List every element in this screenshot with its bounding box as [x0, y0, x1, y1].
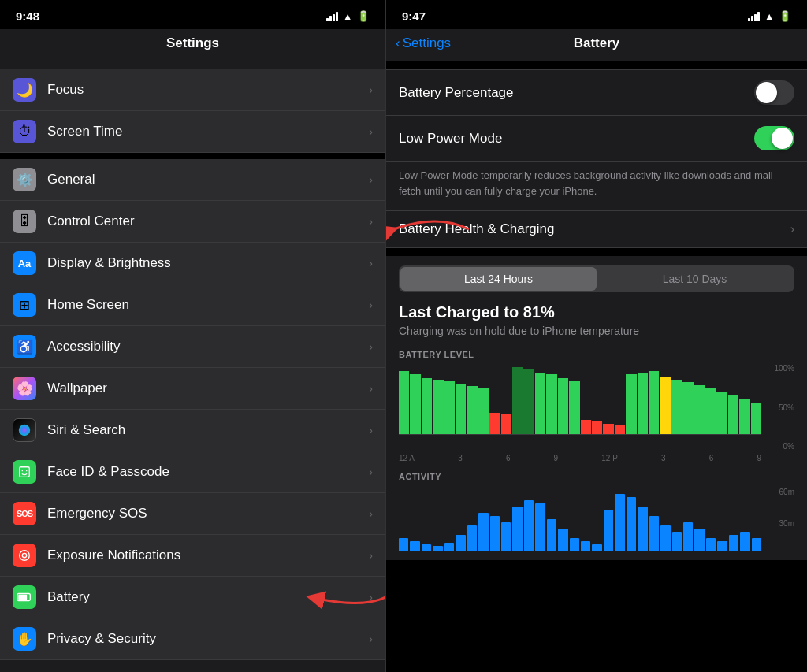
- sidebar-item-general[interactable]: ⚙️ General ›: [0, 159, 385, 201]
- home-screen-label: Home Screen: [47, 297, 369, 313]
- battery-chart: 100% 50% 0%: [399, 364, 794, 451]
- exposure-icon: [13, 544, 36, 567]
- sidebar-item-screen-time[interactable]: ⏱ Screen Time ›: [0, 111, 385, 152]
- privacy-chevron: ›: [369, 633, 373, 645]
- wallpaper-icon: 🌸: [13, 377, 36, 400]
- sidebar-item-face-id[interactable]: Face ID & Passcode ›: [0, 451, 385, 493]
- exposure-label: Exposure Notifications: [47, 548, 369, 563]
- right-status-bar: 9:47 ▲ 🔋: [386, 0, 807, 29]
- activity-y-60: 60m: [779, 488, 794, 496]
- low-power-toggle[interactable]: [754, 126, 794, 150]
- sidebar-item-home-screen[interactable]: ⊞ Home Screen ›: [0, 284, 385, 326]
- activity-y-labels: 60m 30m: [764, 488, 794, 551]
- low-power-row[interactable]: Low Power Mode: [386, 116, 807, 161]
- privacy-icon: ✋: [13, 627, 36, 651]
- right-status-icons: ▲ 🔋: [748, 10, 791, 23]
- battery-y-labels: 100% 50% 0%: [764, 364, 794, 451]
- display-icon: Aa: [13, 251, 36, 275]
- focus-icon: 🌙: [13, 78, 36, 102]
- back-button[interactable]: ‹ Settings: [396, 35, 451, 51]
- sidebar-item-wallpaper[interactable]: 🌸 Wallpaper ›: [0, 368, 385, 410]
- tab-10days[interactable]: Last 10 Days: [597, 267, 793, 291]
- general-label: General: [47, 172, 369, 187]
- home-screen-icon: ⊞: [13, 293, 36, 317]
- group-top: 🌙 Focus › ⏱ Screen Time ›: [0, 69, 385, 153]
- right-time: 9:47: [402, 9, 426, 23]
- signal-icon: [326, 12, 338, 21]
- group-divider: [0, 153, 385, 159]
- svg-point-4: [20, 551, 30, 561]
- face-id-icon: [13, 460, 36, 484]
- right-battery-icon: 🔋: [779, 10, 791, 22]
- battery-percentage-label: Battery Percentage: [399, 85, 514, 101]
- x-label-3a: 3: [458, 454, 463, 462]
- sidebar-item-accessibility[interactable]: ♿ Accessibility ›: [0, 326, 385, 368]
- left-panel: 9:48 ▲ 🔋 Settings 🌙 Focus › ⏱ Screen Tim…: [0, 0, 386, 672]
- svg-rect-1: [20, 467, 30, 477]
- right-wifi-icon: ▲: [764, 10, 775, 23]
- sidebar-item-privacy[interactable]: ✋ Privacy & Security ›: [0, 618, 385, 659]
- toggle-thumb: [756, 82, 777, 103]
- low-power-toggle-thumb: [772, 128, 793, 149]
- battery-bars: [399, 364, 761, 435]
- battery-percentage-row[interactable]: Battery Percentage: [386, 70, 807, 116]
- sidebar-item-display[interactable]: Aa Display & Brightness ›: [0, 243, 385, 284]
- tab-10d-label: Last 10 Days: [663, 273, 727, 285]
- battery-health-row[interactable]: Battery Health & Charging ›: [386, 210, 807, 248]
- control-center-chevron: ›: [369, 215, 373, 228]
- sidebar-item-siri[interactable]: Siri & Search ›: [0, 410, 385, 451]
- sidebar-item-exposure[interactable]: Exposure Notifications ›: [0, 535, 385, 577]
- sos-label: Emergency SOS: [47, 506, 369, 522]
- chart-section: Last 24 Hours Last 10 Days Last Charged …: [386, 256, 807, 560]
- focus-chevron: ›: [369, 84, 373, 96]
- low-power-note-section: Low Power Mode temporarily reduces backg…: [386, 162, 807, 210]
- x-label-9a: 9: [554, 454, 559, 462]
- accessibility-label: Accessibility: [47, 339, 369, 355]
- face-id-label: Face ID & Passcode: [47, 464, 369, 480]
- wallpaper-label: Wallpaper: [47, 381, 369, 396]
- y-label-100: 100%: [774, 364, 794, 373]
- left-time: 9:48: [16, 9, 39, 23]
- svg-point-5: [22, 553, 26, 557]
- left-page-title: Settings: [0, 29, 385, 61]
- activity-chart: 60m 30m: [399, 488, 794, 551]
- x-label-12p: 12 P: [601, 454, 618, 462]
- display-chevron: ›: [369, 257, 373, 269]
- back-label: Settings: [403, 35, 451, 51]
- battery-percentage-toggle[interactable]: [754, 80, 794, 105]
- y-label-0: 0%: [783, 442, 794, 451]
- screen-time-label: Screen Time: [47, 124, 369, 139]
- battery-settings-icon: [13, 585, 36, 609]
- y-label-50: 50%: [779, 403, 794, 412]
- battery-health-chevron: ›: [790, 222, 794, 236]
- battery-nav-bar: ‹ Settings Battery: [386, 29, 807, 61]
- svg-rect-7: [18, 595, 27, 600]
- wifi-icon: ▲: [342, 10, 353, 23]
- general-icon: ⚙️: [13, 168, 36, 191]
- tab-24hours[interactable]: Last 24 Hours: [400, 267, 597, 291]
- sidebar-item-focus[interactable]: 🌙 Focus ›: [0, 69, 385, 111]
- x-label-6p: 6: [709, 454, 714, 462]
- tab-24h-label: Last 24 Hours: [464, 273, 533, 285]
- siri-label: Siri & Search: [47, 422, 369, 438]
- battery-chevron: ›: [369, 591, 373, 603]
- screen-time-chevron: ›: [369, 125, 373, 138]
- x-label-3p: 3: [661, 454, 666, 462]
- general-chevron: ›: [369, 173, 373, 186]
- sidebar-item-sos[interactable]: SOS Emergency SOS ›: [0, 493, 385, 535]
- privacy-label: Privacy & Security: [47, 631, 369, 647]
- battery-content: Battery Percentage Low Power Mode Low Po…: [386, 61, 807, 672]
- focus-label: Focus: [47, 82, 369, 98]
- charged-title: Last Charged to 81%: [399, 303, 794, 321]
- screen-time-icon: ⏱: [13, 120, 36, 143]
- charged-subtitle: Charging was on hold due to iPhone tempe…: [399, 325, 794, 337]
- wallpaper-chevron: ›: [369, 382, 373, 395]
- accessibility-chevron: ›: [369, 340, 373, 353]
- group-main: ⚙️ General › 🎛 Control Center › Aa Displ…: [0, 159, 385, 660]
- sidebar-item-battery[interactable]: Battery ›: [0, 577, 385, 618]
- sidebar-item-control-center[interactable]: 🎛 Control Center ›: [0, 201, 385, 243]
- battery-settings-section: Battery Percentage Low Power Mode: [386, 69, 807, 162]
- exposure-chevron: ›: [369, 549, 373, 562]
- activity-bars: [399, 488, 761, 551]
- activity-y-30: 30m: [779, 519, 794, 528]
